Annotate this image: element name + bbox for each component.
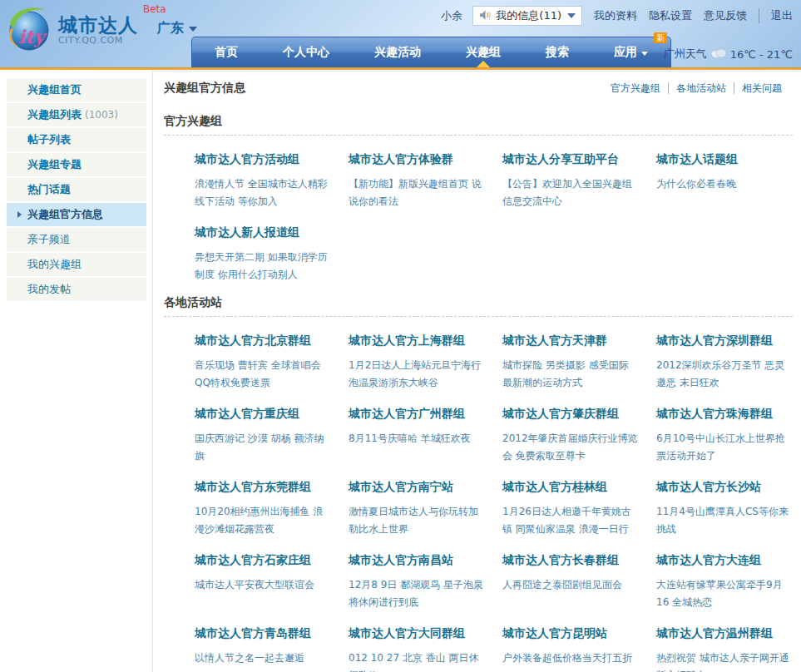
group-desc: 以情人节之名一起去邂逅	[195, 650, 330, 667]
content-top-links: 官方兴趣组各地活动站相关问题	[603, 82, 789, 96]
nav-personal-center[interactable]: 个人中心	[260, 37, 352, 67]
group-link[interactable]: 城市达人官方长春群组	[502, 553, 619, 568]
group-link[interactable]: 城市达人官方青岛群组	[195, 626, 311, 641]
main-content: 兴趣组官方信息 官方兴趣组各地活动站相关问题 官方兴趣组 城市达人官方活动组 浪…	[152, 71, 801, 672]
group-desc: 11月4号山鹰潭真人CS等你来挑战	[656, 503, 792, 538]
group-link[interactable]: 城市达人官方南宁站	[349, 480, 453, 495]
sidebar-item-my-posts[interactable]: 我的发帖	[7, 278, 146, 301]
group-link[interactable]: 城市达人分享互助平台	[502, 152, 619, 167]
region-label: 广东	[157, 20, 184, 37]
group-link[interactable]: 城市达人官方石家庄组	[195, 553, 311, 568]
group-item: 城市达人官方石家庄组 城市达人平安夜大型联谊会	[195, 541, 349, 615]
group-link[interactable]: 城市达人官方大连组	[656, 553, 761, 568]
nav-interest-groups-label: 兴趣组	[466, 45, 501, 58]
nav-search[interactable]: 搜索	[523, 37, 591, 67]
group-desc: 城市探险 另类摄影 感受国际最新潮的运动方式	[502, 357, 638, 392]
group-link[interactable]: 城市达人官方广州群组	[349, 407, 465, 422]
group-link[interactable]: 城市达人官方温州群组	[656, 626, 773, 641]
group-desc: 012 10 27 北京 香山 两日休闲购物	[349, 650, 484, 672]
group-item: 城市达人官方大连组 大连站有缘苹果公寓牵手9月16 全城热恋	[656, 541, 801, 615]
group-link[interactable]: 城市达人官方东莞群组	[195, 480, 311, 495]
group-item: 城市达人官方大同群组 012 10 27 北京 香山 两日休闲购物	[349, 615, 502, 672]
logout-link[interactable]: 退出	[759, 8, 793, 23]
chevron-down-icon	[189, 27, 197, 32]
group-link[interactable]: 城市达人官方桂林组	[502, 480, 607, 495]
sidebar-item-label: 兴趣组列表	[27, 108, 82, 121]
sidebar: 兴趣组首页 兴趣组列表(1003) 帖子列表 兴趣组专题 热门话题 兴趣组官方信…	[7, 78, 146, 303]
group-link[interactable]: 城市达人官方北京群组	[195, 334, 311, 348]
group-desc: 10月20相约惠州出海捕鱼 浪漫沙滩烟花露营夜	[195, 503, 330, 538]
group-item: 城市达人官方桂林组 1月26日达人相邀千年黄姚古镇 同聚仙家温泉 浪漫一日行	[502, 468, 656, 541]
group-grid: 城市达人官方活动组 浪漫情人节 全国城市达人精彩线下活动 等你加入 城市达人官方…	[153, 136, 801, 287]
group-link[interactable]: 城市达人官方大同群组	[349, 626, 465, 641]
section-title: 官方兴趣组	[153, 106, 801, 135]
group-link[interactable]: 城市达人官方深圳群组	[656, 334, 773, 348]
group-link[interactable]: 城市达人新人报道组	[195, 225, 299, 240]
cloud-icon	[710, 47, 727, 61]
group-link[interactable]: 城市达人官方天津群	[502, 334, 607, 348]
sidebar-item-group-list[interactable]: 兴趣组列表(1003)	[7, 103, 146, 126]
accent-divider	[0, 67, 801, 70]
weather-city: 广州天气	[664, 47, 707, 62]
sidebar-item-post-list[interactable]: 帖子列表	[7, 128, 146, 151]
group-item: 城市达人官方南宁站 激情夏日城市达人与你玩转加勒比水上世界	[349, 468, 502, 541]
sidebar-item-my-groups[interactable]: 我的兴趣组	[7, 253, 146, 276]
group-desc: 12月8 9日 鄱湖观鸟 星子泡泉 将休闲进行到底	[349, 576, 484, 611]
link-local-stations[interactable]: 各地活动站	[668, 82, 734, 94]
brand-divider	[148, 17, 149, 45]
region-selector[interactable]: 广东	[157, 20, 197, 37]
group-link[interactable]: 城市达人官方活动组	[195, 152, 299, 167]
profile-link[interactable]: 我的资料	[594, 8, 637, 23]
group-link[interactable]: 城市达人官方肇庆群组	[502, 407, 619, 422]
group-item: 城市达人官方青岛群组 以情人节之名一起去邂逅	[195, 615, 349, 672]
link-official-groups[interactable]: 官方兴趣组	[603, 82, 668, 94]
group-desc: 8月11号庆嘻哈 羊城狂欢夜	[349, 430, 484, 447]
group-desc: 国庆西游记 沙漠 胡杨 额济纳旗	[195, 430, 330, 465]
beta-tag: Beta	[143, 3, 166, 15]
group-link[interactable]: 城市达人官方昆明站	[502, 626, 607, 641]
group-link[interactable]: 城市达人官方珠海群组	[656, 407, 773, 422]
group-desc: 热烈祝贺 城市达人亲子网开通 版主招聘中	[656, 650, 792, 672]
group-link[interactable]: 城市达人话题组	[656, 152, 738, 167]
group-desc: 城市达人平安夜大型联谊会	[195, 576, 330, 594]
nav-apps[interactable]: 应用 新	[591, 37, 670, 67]
sidebar-item-group-topics[interactable]: 兴趣组专题	[7, 153, 146, 176]
nav-interest-groups-active[interactable]: 兴趣组	[443, 37, 523, 67]
group-link[interactable]: 城市达人官方南昌站	[349, 553, 453, 568]
sidebar-item-official-info[interactable]: 兴趣组官方信息	[7, 203, 146, 226]
group-item: 城市达人官方活动组 浪漫情人节 全国城市达人精彩线下活动 等你加入	[195, 141, 349, 214]
group-link[interactable]: 城市达人官方上海群组	[349, 334, 465, 348]
group-item: 城市达人话题组 为什么你必看春晚	[656, 141, 801, 214]
sidebar-item-label: 热门话题	[27, 183, 71, 195]
content-header: 兴趣组官方信息 官方兴趣组各地活动站相关问题	[153, 72, 801, 106]
my-messages-dropdown[interactable]: 我的信息(11)	[472, 6, 582, 26]
group-item: 城市达人官方东莞群组 10月20相约惠州出海捕鱼 浪漫沙滩烟花露营夜	[195, 468, 349, 541]
group-link[interactable]: 城市达人官方重庆组	[195, 407, 299, 422]
sidebar-item-parenting-channel[interactable]: 亲子频道	[7, 228, 146, 251]
group-link[interactable]: 城市达人官方长沙站	[656, 480, 761, 495]
logo[interactable]: ity 城市达人 Beta CITY.QQ.COM 广东	[5, 3, 197, 58]
nav-home[interactable]: 首页	[192, 37, 260, 67]
group-desc: 音乐现场 曹轩宾 全球首唱会 QQ特权免费送票	[195, 357, 330, 392]
group-item: 城市达人新人报道组 异想天开第二期 如果取消学历制度 你用什么打动别人	[195, 214, 349, 287]
privacy-settings-link[interactable]: 隐私设置	[649, 8, 692, 23]
group-item: 城市达人官方肇庆群组 2012年肇庆首届婚庆行业博览会 免费索取至尊卡	[502, 395, 656, 468]
page: ity 城市达人 Beta CITY.QQ.COM 广东 小余	[0, 0, 801, 672]
group-desc: 人再囧途之泰囧剧组见面会	[502, 576, 638, 594]
group-item: 城市达人官方长沙站 11月4号山鹰潭真人CS等你来挑战	[656, 468, 801, 541]
group-link[interactable]: 城市达人官方体验群	[349, 152, 453, 167]
sidebar-item-group-home[interactable]: 兴趣组首页	[7, 78, 146, 101]
nav-interest-activities[interactable]: 兴趣活动	[352, 37, 443, 67]
sidebar-item-hot-topics[interactable]: 热门话题	[7, 178, 146, 201]
section-official-groups: 官方兴趣组 城市达人官方活动组 浪漫情人节 全国城市达人精彩线下活动 等你加入 …	[153, 106, 801, 287]
sidebar-item-label: 亲子频道	[27, 233, 71, 245]
group-item: 城市达人官方温州群组 热烈祝贺 城市达人亲子网开通 版主招聘中	[656, 615, 801, 672]
feedback-link[interactable]: 意见反馈	[704, 8, 747, 23]
brand-block: 城市达人 Beta CITY.QQ.COM	[58, 3, 138, 46]
sidebar-item-label: 兴趣组官方信息	[27, 208, 103, 220]
group-desc: 6月10号中山长江水上世界抢票活动开始了	[656, 430, 792, 465]
section-title: 各地活动站	[153, 287, 801, 316]
group-item: 城市达人官方体验群 【新功能】新版兴趣组首页 说说你的看法	[349, 141, 502, 214]
link-related-questions[interactable]: 相关问题	[734, 82, 789, 94]
group-item: 城市达人官方珠海群组 6月10号中山长江水上世界抢票活动开始了	[656, 395, 801, 468]
